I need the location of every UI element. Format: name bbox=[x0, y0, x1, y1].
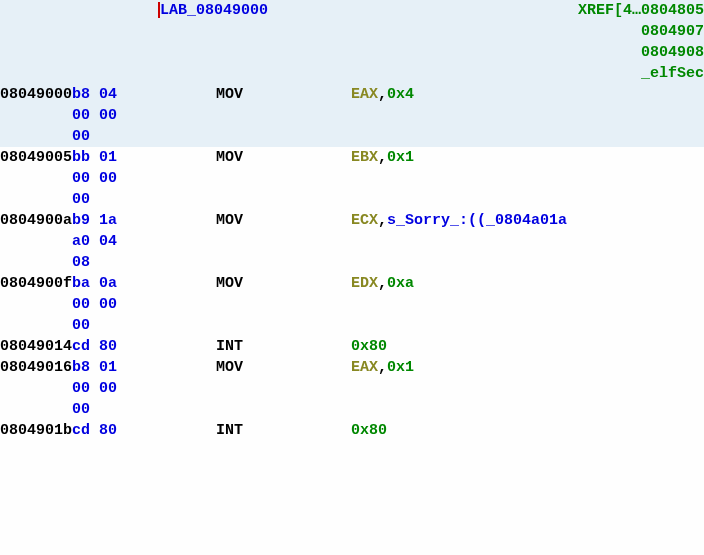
instruction-row[interactable]: 08049016b8 01MOVEAX,0x1 bbox=[0, 357, 704, 378]
operand-immediate: 0x4 bbox=[387, 86, 414, 103]
instruction-row[interactable]: 08049000b8 04MOVEAX,0x4 bbox=[0, 84, 704, 105]
mnemonic: MOV bbox=[216, 147, 351, 168]
bytes-continuation: 00 bbox=[0, 315, 704, 336]
bytes: 00 bbox=[72, 189, 144, 210]
bytes: cd 80 bbox=[72, 336, 144, 357]
mnemonic: MOV bbox=[216, 84, 351, 105]
address: 08049014 bbox=[0, 336, 72, 357]
instruction-row[interactable]: 0804901bcd 80INT0x80 bbox=[0, 420, 704, 441]
address: 0804901b bbox=[0, 420, 72, 441]
bytes: 00 bbox=[72, 315, 144, 336]
instruction-row[interactable]: 0804900fba 0aMOVEDX,0xa bbox=[0, 273, 704, 294]
mnemonic: MOV bbox=[216, 357, 351, 378]
operands: EAX,0x4 bbox=[351, 84, 414, 105]
disassembly-listing[interactable]: LAB_08049000XREF[4…080480508049070804908… bbox=[0, 0, 704, 441]
bytes: b8 01 bbox=[72, 357, 144, 378]
label-row[interactable]: LAB_08049000XREF[4…0804805 bbox=[0, 0, 704, 21]
bytes-continuation: 00 00 bbox=[0, 294, 704, 315]
operands: ECX,s_Sorry_:((_0804a01a bbox=[351, 210, 567, 231]
operand-sep: , bbox=[378, 212, 387, 229]
bytes-continuation: 00 bbox=[0, 189, 704, 210]
mnemonic: MOV bbox=[216, 210, 351, 231]
bytes: 00 00 bbox=[72, 294, 144, 315]
operand-sep: , bbox=[378, 149, 387, 166]
bytes: 00 bbox=[72, 399, 144, 420]
operand-immediate: 0xa bbox=[387, 275, 414, 292]
mnemonic: INT bbox=[216, 420, 351, 441]
instruction-row[interactable]: 08049014cd 80INT0x80 bbox=[0, 336, 704, 357]
xref-row: 0804908 bbox=[0, 42, 704, 63]
operands: EDX,0xa bbox=[351, 273, 414, 294]
bytes: ba 0a bbox=[72, 273, 144, 294]
bytes: a0 04 bbox=[72, 231, 144, 252]
address: 08049005 bbox=[0, 147, 72, 168]
operand-reference[interactable]: s_Sorry_:((_0804a01a bbox=[387, 212, 567, 229]
mnemonic: MOV bbox=[216, 273, 351, 294]
address: 08049016 bbox=[0, 357, 72, 378]
operands: EAX,0x1 bbox=[351, 357, 414, 378]
bytes-continuation: 00 bbox=[0, 126, 704, 147]
operand-register: EDX bbox=[351, 275, 378, 292]
bytes: 08 bbox=[72, 252, 144, 273]
operands: 0x80 bbox=[351, 336, 387, 357]
xref-header[interactable]: XREF[4…0804805 bbox=[578, 0, 704, 21]
operand-sep: , bbox=[378, 86, 387, 103]
address: 0804900a bbox=[0, 210, 72, 231]
bytes: b8 04 bbox=[72, 84, 144, 105]
bytes-continuation: 00 00 bbox=[0, 105, 704, 126]
bytes-continuation: a0 04 bbox=[0, 231, 704, 252]
xref-entry[interactable]: 0804908 bbox=[641, 42, 704, 63]
operand-sep: , bbox=[378, 275, 387, 292]
operand-sep: , bbox=[378, 359, 387, 376]
xref-entry[interactable]: 0804907 bbox=[641, 21, 704, 42]
operand-immediate: 0x80 bbox=[351, 422, 387, 439]
operands: EBX,0x1 bbox=[351, 147, 414, 168]
operand-immediate: 0x80 bbox=[351, 338, 387, 355]
address: 08049000 bbox=[0, 84, 72, 105]
bytes: 00 00 bbox=[72, 378, 144, 399]
bytes-continuation: 00 00 bbox=[0, 168, 704, 189]
operands: 0x80 bbox=[351, 420, 387, 441]
instruction-row[interactable]: 08049005bb 01MOVEBX,0x1 bbox=[0, 147, 704, 168]
bytes-continuation: 00 bbox=[0, 399, 704, 420]
operand-register: EAX bbox=[351, 86, 378, 103]
operand-register: ECX bbox=[351, 212, 378, 229]
xref-row: _elfSec bbox=[0, 63, 704, 84]
bytes: 00 00 bbox=[72, 105, 144, 126]
code-label[interactable]: LAB_08049000 bbox=[160, 0, 268, 21]
bytes: cd 80 bbox=[72, 420, 144, 441]
xref-row: 0804907 bbox=[0, 21, 704, 42]
address: 0804900f bbox=[0, 273, 72, 294]
bytes: b9 1a bbox=[72, 210, 144, 231]
operand-immediate: 0x1 bbox=[387, 149, 414, 166]
xref-entry[interactable]: _elfSec bbox=[641, 63, 704, 84]
bytes-continuation: 08 bbox=[0, 252, 704, 273]
bytes-continuation: 00 00 bbox=[0, 378, 704, 399]
operand-register: EBX bbox=[351, 149, 378, 166]
instruction-row[interactable]: 0804900ab9 1aMOVECX,s_Sorry_:((_0804a01a bbox=[0, 210, 704, 231]
label-text: LAB_08049000 bbox=[160, 2, 268, 19]
bytes: 00 00 bbox=[72, 168, 144, 189]
bytes: 00 bbox=[72, 126, 144, 147]
cursor bbox=[158, 2, 160, 18]
mnemonic: INT bbox=[216, 336, 351, 357]
operand-register: EAX bbox=[351, 359, 378, 376]
bytes: bb 01 bbox=[72, 147, 144, 168]
operand-immediate: 0x1 bbox=[387, 359, 414, 376]
